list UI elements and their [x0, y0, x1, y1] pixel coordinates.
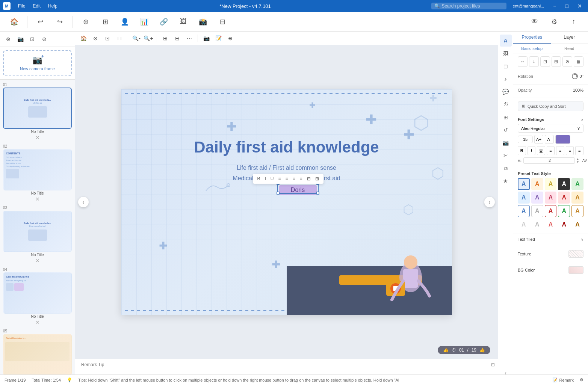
flip-h-button[interactable]: ↔: [518, 56, 528, 67]
canvas-align-button[interactable]: ⊞: [160, 33, 171, 44]
star-tool-button[interactable]: ★: [500, 175, 512, 187]
slide-delete-button-1[interactable]: ✕: [35, 134, 40, 140]
preset-style-dark[interactable]: A: [558, 178, 570, 190]
align-center-button[interactable]: ≡: [284, 175, 290, 182]
add-button[interactable]: ⊕: [77, 14, 94, 30]
subtab-basic-setup[interactable]: Basic setup: [513, 44, 551, 53]
shape-tool-button[interactable]: ◻: [500, 60, 512, 72]
preset-style-outline-green[interactable]: A: [558, 205, 570, 217]
close-button[interactable]: ✕: [574, 2, 585, 10]
handle-br[interactable]: [316, 192, 319, 195]
grid-tool-button[interactable]: ⊞: [500, 111, 512, 123]
view-button[interactable]: 👁: [526, 14, 543, 30]
canvas-notes-button[interactable]: 📝: [213, 33, 224, 44]
chart-button[interactable]: 📊: [136, 14, 153, 30]
slide-thumbnail-3[interactable]: Daily first aid knowledg... Emergency fi…: [3, 211, 72, 252]
tab-layer[interactable]: Layer: [551, 32, 588, 44]
settings-status-button[interactable]: ⚙: [580, 377, 583, 382]
search-input[interactable]: [441, 3, 498, 9]
align-left-button[interactable]: ≡: [277, 175, 283, 182]
grid-button[interactable]: ⊟: [214, 14, 231, 30]
settings-button[interactable]: ⚙: [546, 14, 562, 30]
align-right-button[interactable]: ≡: [291, 175, 297, 182]
slide-thumbnail-5[interactable]: First aid knowledge in...: [3, 334, 72, 375]
undo-button[interactable]: ↩: [32, 14, 48, 30]
crop-button[interactable]: ⊡: [540, 56, 550, 67]
align-center-format-button[interactable]: ≡: [556, 146, 564, 155]
canvas-home-button[interactable]: 🏠: [78, 33, 89, 44]
handle-bl[interactable]: [277, 192, 280, 195]
slide-delete-button-2[interactable]: ✕: [35, 196, 40, 202]
menu-file[interactable]: File: [17, 3, 27, 9]
bold-button[interactable]: B: [256, 175, 262, 182]
canvas-extra-button[interactable]: ⋯: [184, 33, 195, 44]
home-button[interactable]: 🏠: [6, 14, 23, 30]
preset-style-faint-2[interactable]: A: [531, 219, 543, 231]
table-button[interactable]: ⊞: [97, 14, 113, 30]
photo-tool-button[interactable]: 📷: [500, 137, 512, 149]
font-size-decrease-button[interactable]: A-: [545, 135, 554, 144]
shapes-button[interactable]: ⊘: [39, 34, 50, 44]
clock-tool-button[interactable]: ⏱: [500, 98, 512, 110]
preset-style-outline-blue[interactable]: A: [518, 205, 530, 217]
page-prev-icon[interactable]: 👍: [443, 347, 449, 353]
canvas-zoom-in-button[interactable]: 🔍+: [143, 33, 154, 44]
font-size-increase-button[interactable]: A+: [534, 135, 543, 144]
font-family-select[interactable]: Aleo Regular ∨: [518, 124, 583, 133]
media-button[interactable]: 🖼: [175, 14, 192, 30]
preset-style-orange[interactable]: A: [531, 178, 543, 190]
font-color-picker[interactable]: [555, 135, 570, 144]
canvas-crop-button[interactable]: ⊡: [102, 33, 113, 44]
search-area[interactable]: 🔍: [431, 3, 506, 9]
list-button[interactable]: ⊟: [305, 175, 312, 182]
new-camera-frame-button[interactable]: 📷 + New camera frame: [3, 50, 72, 76]
canvas-expand-button[interactable]: ⊕: [225, 33, 236, 44]
preset-style-lavender[interactable]: A: [531, 192, 543, 204]
page-next-icon[interactable]: 👍: [479, 347, 485, 353]
font-collapse-button[interactable]: ∧: [581, 118, 583, 122]
canvas-prev-button[interactable]: ‹: [78, 197, 89, 207]
cut-tool-button[interactable]: ✂: [500, 149, 512, 162]
remark-expand-button[interactable]: ⊡: [491, 362, 495, 367]
slide-canvas[interactable]: ✚ ✚ ✚ ✚ ✚ ✚ ✚ ⬡ ⬡ ⬡: [121, 89, 452, 315]
canvas-zoom-out-button[interactable]: 🔍-: [131, 33, 142, 44]
slide-thumbnail-2[interactable]: CONTENTS Call an ambulance American Firs…: [3, 149, 72, 190]
preset-style-blue[interactable]: A: [518, 192, 530, 204]
character-button[interactable]: 👤: [116, 14, 133, 30]
preset-style-green[interactable]: A: [571, 178, 583, 190]
preset-style-red[interactable]: A: [558, 192, 570, 204]
indent-button[interactable]: ⊞: [314, 175, 320, 182]
align-button[interactable]: ⊞: [552, 56, 561, 67]
slide-thumbnail-1[interactable]: Daily first aid knowledg... Life first a…: [3, 88, 72, 129]
select-button[interactable]: ⊡: [27, 34, 38, 44]
font-size-input[interactable]: [518, 136, 533, 143]
slide-delete-button-3[interactable]: ✕: [35, 258, 40, 264]
line-spacing-down[interactable]: ▼: [576, 161, 579, 164]
camera-button[interactable]: 📷: [15, 34, 26, 44]
refresh-tool-button[interactable]: ↺: [500, 124, 512, 136]
link-button[interactable]: 🔗: [156, 14, 172, 30]
screenshot-button[interactable]: 📸: [195, 14, 211, 30]
italic-format-button[interactable]: I: [528, 146, 536, 155]
texture-preview[interactable]: [568, 250, 583, 258]
minimize-button[interactable]: −: [550, 2, 559, 10]
delete-button[interactable]: 🗑: [574, 56, 583, 67]
preset-style-deep-amber[interactable]: A: [571, 219, 583, 231]
bg-color-preview[interactable]: [568, 266, 583, 274]
remark-input[interactable]: [81, 362, 492, 373]
canvas-screenshot-button[interactable]: 📷: [201, 33, 212, 44]
preset-style-deep-red[interactable]: A: [558, 219, 570, 231]
slide-thumbnail-4[interactable]: Call an ambulance Make an emergency call: [3, 272, 72, 314]
text-filled-collapse[interactable]: ∨: [581, 237, 583, 242]
quick-copy-sort-button[interactable]: ⊞ Quick Copy and Sort: [518, 101, 583, 111]
copy-button-props[interactable]: ⊗: [562, 56, 572, 67]
copy-slide-button[interactable]: ⊗: [3, 34, 14, 44]
text-tool-button[interactable]: A: [500, 35, 512, 47]
align-justify-button[interactable]: ≡: [298, 175, 304, 182]
share-button[interactable]: ↑: [565, 14, 582, 30]
preset-style-outline-gray[interactable]: A: [531, 205, 543, 217]
preset-style-light-red[interactable]: A: [545, 219, 557, 231]
preset-style-outline-amber[interactable]: A: [571, 205, 583, 217]
layers-tool-button[interactable]: ⧉: [500, 162, 512, 174]
image-tool-button[interactable]: 🖼: [500, 47, 512, 59]
